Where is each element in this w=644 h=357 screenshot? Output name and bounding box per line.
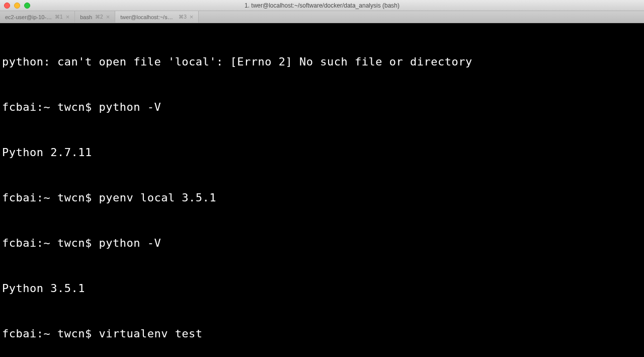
- close-window-button[interactable]: [4, 3, 10, 9]
- tab-hotkey: ⌘2: [95, 14, 103, 20]
- tab-2[interactable]: bash ⌘2 ×: [75, 11, 115, 23]
- minimize-window-button[interactable]: [14, 3, 20, 9]
- window-title: 1. twer@localhost:~/software/docker/data…: [0, 2, 644, 9]
- terminal-line: Python 2.7.11: [2, 145, 642, 160]
- close-icon[interactable]: ×: [190, 14, 194, 20]
- terminal-output[interactable]: python: can't open file 'local': [Errno …: [0, 23, 644, 357]
- tab-label: bash: [80, 14, 92, 20]
- terminal-line: fcbai:~ twcn$ python -V: [2, 100, 642, 115]
- tab-3[interactable]: twer@localhost:~/so… ⌘3 ×: [115, 11, 199, 23]
- zoom-window-button[interactable]: [24, 3, 30, 9]
- tab-hotkey: ⌘3: [179, 14, 187, 20]
- terminal-line: fcbai:~ twcn$ python -V: [2, 236, 642, 251]
- tab-label: twer@localhost:~/so…: [120, 14, 176, 20]
- tab-bar: ec2-user@ip-10-… ⌘1 × bash ⌘2 × twer@loc…: [0, 11, 644, 23]
- tab-1[interactable]: ec2-user@ip-10-… ⌘1 ×: [0, 11, 75, 23]
- terminal-window: 1. twer@localhost:~/software/docker/data…: [0, 0, 644, 357]
- titlebar: 1. twer@localhost:~/software/docker/data…: [0, 0, 644, 11]
- traffic-lights: [4, 3, 30, 9]
- tab-hotkey: ⌘1: [55, 14, 63, 20]
- terminal-line: fcbai:~ twcn$ virtualenv test: [2, 326, 642, 341]
- terminal-line: fcbai:~ twcn$ pyenv local 3.5.1: [2, 190, 642, 205]
- close-icon[interactable]: ×: [66, 14, 70, 20]
- terminal-line: python: can't open file 'local': [Errno …: [2, 54, 642, 69]
- close-icon[interactable]: ×: [106, 14, 110, 20]
- tab-label: ec2-user@ip-10-…: [5, 14, 52, 20]
- terminal-line: Python 3.5.1: [2, 281, 642, 296]
